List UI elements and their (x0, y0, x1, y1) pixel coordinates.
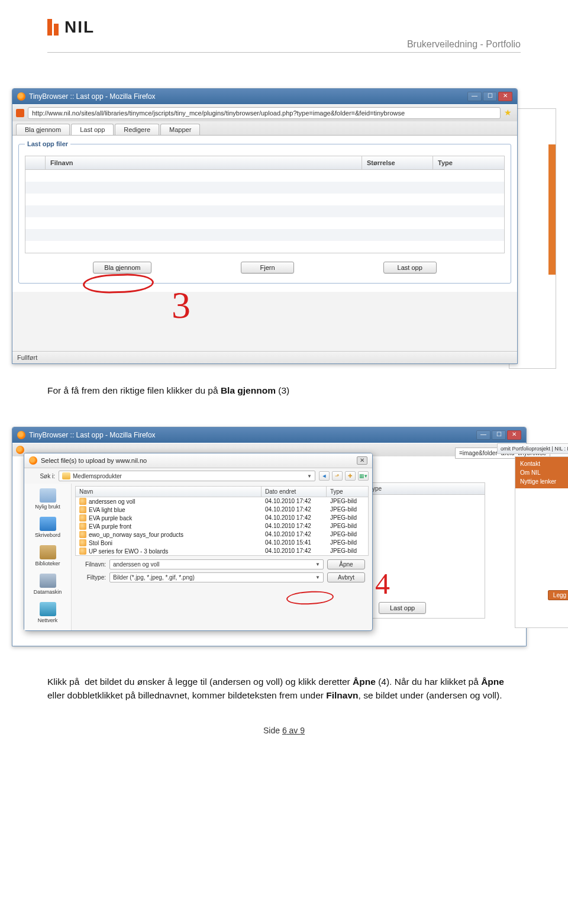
minimize-button[interactable]: — (467, 92, 482, 101)
maximize-button[interactable]: ☐ (483, 92, 497, 101)
up-folder-icon[interactable]: ⬏ (332, 471, 343, 481)
grid-body (25, 170, 504, 253)
chevron-down-icon: ▼ (307, 474, 312, 479)
background-sidebar-links: Kontakt Om NIL Nyttige lenker (515, 457, 568, 488)
logo: NIL (47, 18, 521, 37)
recent-icon (40, 488, 56, 503)
file-list-header: Navn Dato endret Type (75, 486, 369, 497)
window-titlebar[interactable]: TinyBrowser :: Last opp - Mozilla Firefo… (12, 427, 526, 443)
table-row (25, 182, 504, 194)
computer-icon (40, 574, 56, 588)
folder-icon (62, 472, 70, 479)
list-item[interactable]: EVA purple front04.10.2010 17:42JPEG-bil… (76, 522, 368, 530)
list-item[interactable]: anderssen og voll04.10.2010 17:42JPEG-bi… (76, 497, 368, 506)
page-footer: Side 6 av 9 (0, 726, 568, 735)
add-image-button[interactable]: Legg til bilde (548, 590, 568, 600)
close-button[interactable]: ✕ (498, 92, 512, 101)
address-bar: http://www.nil.no/sites/all/libraries/ti… (12, 104, 517, 121)
fieldset-legend: Last opp filer (25, 140, 70, 147)
cancel-button[interactable]: Avbryt (327, 572, 365, 582)
image-thumb-icon (79, 498, 86, 505)
folder-dropdown[interactable]: Medlemsprodukter ▼ (59, 471, 315, 481)
table-row (25, 194, 504, 205)
document-header: NIL Brukerveiledning - Portfolio (0, 0, 568, 59)
tab-upload[interactable]: Last opp (71, 124, 114, 135)
col-type[interactable]: Type (327, 487, 368, 497)
place-recent[interactable]: Nylig brukt (25, 486, 70, 514)
window-titlebar[interactable]: TinyBrowser :: Last opp - Mozilla Firefo… (12, 89, 517, 104)
grid-header-checkbox[interactable] (25, 156, 46, 169)
logo-text: NIL (64, 18, 95, 37)
image-thumb-icon (79, 531, 86, 538)
image-thumb-icon (79, 506, 86, 513)
remove-button[interactable]: Fjern (241, 262, 294, 273)
background-browser-tab[interactable]: omit Portfolioprosjekt | NIL : N...× (497, 443, 568, 454)
desktop-icon (40, 517, 56, 531)
firefox-icon (29, 456, 37, 465)
sidebar-link-om-nil[interactable]: Om NIL (520, 468, 568, 477)
upload-fieldset: Last opp filer Filnavn Størrelse Type (18, 140, 511, 284)
close-button[interactable]: ✕ (507, 430, 521, 440)
table-row (25, 241, 504, 253)
open-button[interactable]: Åpne (327, 559, 365, 569)
image-thumb-icon (79, 514, 86, 521)
background-orange-accent (548, 144, 556, 275)
firefox-window: TinyBrowser :: Last opp - Mozilla Firefo… (12, 88, 518, 364)
dialog-titlebar[interactable]: Select file(s) to upload by www.nil.no ✕ (24, 453, 372, 468)
file-open-dialog: Select file(s) to upload by www.nil.no ✕… (24, 453, 373, 631)
filename-label: Filnavn: (79, 561, 106, 568)
filetype-label: Filtype: (79, 574, 106, 581)
dialog-close-button[interactable]: ✕ (357, 456, 367, 465)
col-date[interactable]: Dato endret (262, 487, 327, 497)
background-sidebar: Kontakt Om NIL Nyttige lenker (515, 456, 568, 628)
list-item[interactable]: EVA light blue04.10.2010 17:42JPEG-bild (76, 506, 368, 514)
url-field[interactable]: http://www.nil.no/sites/all/libraries/ti… (28, 107, 501, 119)
grid-header-type[interactable]: Type (433, 156, 504, 169)
maximize-button[interactable]: ☐ (492, 430, 506, 440)
document-subtitle: Brukerveiledning - Portfolio (47, 39, 521, 53)
window-title: TinyBrowser :: Last opp - Mozilla Firefo… (29, 92, 156, 101)
list-item[interactable]: Stol Boni04.10.2010 15:41JPEG-bild (76, 539, 368, 547)
upload-button[interactable]: Last opp (379, 602, 426, 614)
grid-header-filename[interactable]: Filnavn (46, 156, 362, 169)
upload-file-grid: Filnavn Størrelse Type (25, 156, 505, 253)
table-row (25, 170, 504, 182)
view-menu-icon[interactable]: ▦▾ (358, 471, 369, 481)
firefox-icon (17, 92, 25, 101)
table-row (25, 205, 504, 217)
col-name[interactable]: Navn (76, 487, 262, 497)
sidebar-link-kontakt[interactable]: Kontakt (520, 459, 568, 468)
place-network[interactable]: Nettverk (25, 600, 70, 628)
minimize-button[interactable]: — (476, 430, 490, 440)
bookmark-star-icon[interactable]: ★ (504, 108, 514, 118)
image-thumb-icon (79, 548, 86, 555)
firefox-icon (17, 431, 25, 439)
table-row (25, 217, 504, 229)
dialog-title: Select file(s) to upload by www.nil.no (41, 457, 147, 464)
filetype-dropdown[interactable]: Bilder (*.jpg, *.jpeg, *.gif, *.png)▼ (109, 572, 324, 582)
tab-edit[interactable]: Redigere (115, 124, 159, 135)
tinybrowser-under-panel: ype (367, 482, 485, 619)
place-desktop[interactable]: Skrivebord (25, 514, 70, 543)
browse-button[interactable]: Bla gjennom (93, 262, 151, 273)
list-item[interactable]: ewo_up_norway says_four products04.10.20… (76, 530, 368, 539)
chevron-down-icon: ▼ (315, 575, 320, 580)
list-item[interactable]: UP series for EWO - 3 bolards04.10.2010 … (76, 547, 368, 555)
new-folder-icon[interactable]: ✚ (345, 471, 356, 481)
tinybrowser-tabs: Bla gjennom Last opp Redigere Mapper (12, 121, 517, 135)
places-sidebar: Nylig brukt Skrivebord Biblioteker Datam… (24, 484, 72, 630)
filename-field[interactable]: anderssen og voll▼ (109, 559, 324, 569)
grid-header-size[interactable]: Størrelse (362, 156, 433, 169)
network-icon (40, 602, 56, 616)
back-icon[interactable]: ◄ (319, 471, 330, 481)
image-thumb-icon (79, 523, 86, 530)
tab-browse[interactable]: Bla gjennom (16, 124, 70, 135)
instruction-paragraph-2: Klikk på det bildet du ønsker å legge ti… (47, 675, 521, 702)
place-libraries[interactable]: Biblioteker (25, 543, 70, 571)
tab-folders[interactable]: Mapper (160, 124, 200, 135)
list-item[interactable]: EVA purple back04.10.2010 17:42JPEG-bild (76, 514, 368, 522)
upload-button[interactable]: Last opp (383, 262, 437, 273)
sidebar-link-nyttige[interactable]: Nyttige lenker (520, 477, 568, 486)
place-computer[interactable]: Datamaskin (25, 571, 70, 600)
file-list[interactable]: anderssen og voll04.10.2010 17:42JPEG-bi… (75, 497, 369, 556)
